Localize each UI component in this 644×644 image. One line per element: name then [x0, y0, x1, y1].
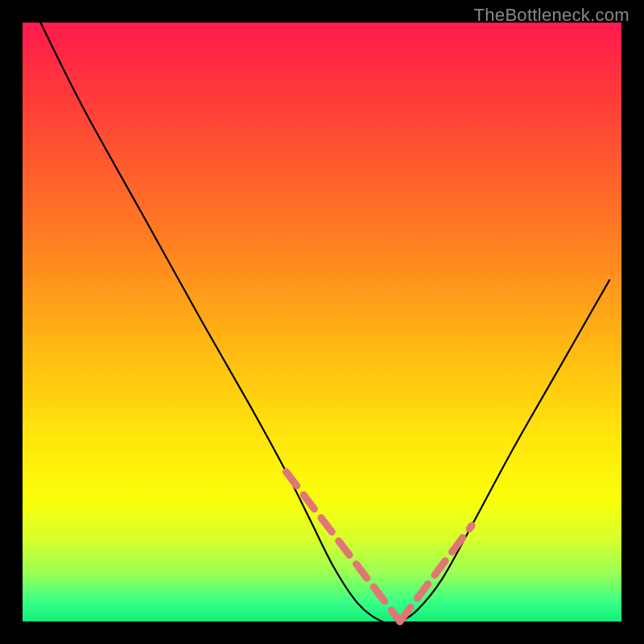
highlight-segment — [400, 526, 472, 621]
chart-container: TheBottleneck.com — [0, 0, 644, 644]
chart-overlay — [23, 23, 621, 621]
bottleneck-range-markers — [286, 472, 472, 621]
curve-line — [40, 23, 609, 623]
highlight-segment — [286, 472, 399, 621]
watermark: TheBottleneck.com — [474, 5, 630, 26]
